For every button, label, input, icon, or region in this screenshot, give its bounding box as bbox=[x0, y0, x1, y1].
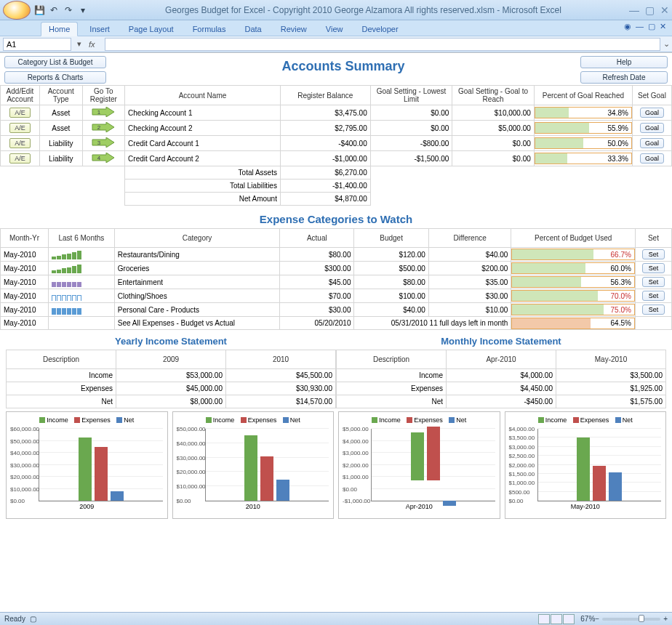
fx-icon[interactable]: fx bbox=[89, 40, 100, 49]
namebox-dropdown-icon[interactable]: ▾ bbox=[74, 39, 84, 49]
goal-button[interactable]: Goal bbox=[640, 153, 664, 164]
redo-icon[interactable]: ↷ bbox=[63, 4, 74, 16]
hdr-pctused: Percent of Budget Used bbox=[511, 229, 636, 248]
hdr-pct: Percent of Goal Reached bbox=[534, 86, 632, 105]
tab-data[interactable]: Data bbox=[237, 23, 268, 36]
category-list-button[interactable]: Category List & Budget bbox=[4, 56, 106, 68]
goto-register-button[interactable]: 1 bbox=[92, 107, 115, 117]
zoom-in-icon[interactable]: + bbox=[663, 615, 668, 623]
account-type: Asset bbox=[40, 121, 83, 136]
set-button[interactable]: Set bbox=[642, 277, 665, 287]
window-controls: — ▢ ✕ bbox=[629, 4, 669, 16]
refresh-date-button[interactable]: Refresh Date bbox=[580, 71, 668, 84]
tab-review[interactable]: Review bbox=[273, 23, 314, 36]
goal-button[interactable]: Goal bbox=[640, 108, 664, 118]
set-button[interactable]: Set bbox=[642, 305, 665, 315]
help-button[interactable]: Help bbox=[580, 56, 668, 68]
budget: $500.00 bbox=[354, 262, 428, 275]
add-edit-button[interactable]: A/E bbox=[9, 123, 31, 133]
normal-view-icon[interactable] bbox=[538, 614, 550, 624]
zoom-out-icon[interactable]: − bbox=[595, 615, 599, 623]
add-edit-button[interactable]: A/E bbox=[9, 153, 31, 164]
lowest-limit: $0.00 bbox=[370, 121, 452, 136]
chart-legend: Income Expenses Net bbox=[342, 415, 497, 426]
name-box[interactable]: A1 bbox=[3, 38, 71, 51]
bar-chart: Income Expenses Net $0.00$10,000.00$20,0… bbox=[6, 411, 168, 519]
goto-register-button[interactable]: 4 bbox=[92, 153, 115, 163]
page-break-view-icon[interactable] bbox=[563, 614, 575, 624]
hdr-budget: Budget bbox=[354, 229, 428, 248]
lowest-limit: -$800.00 bbox=[370, 136, 452, 151]
minimize-ribbon-icon[interactable]: — bbox=[636, 22, 644, 31]
table-row: Income$53,000.00$45,500.00 bbox=[7, 369, 336, 382]
office-button[interactable] bbox=[3, 1, 31, 20]
tab-view[interactable]: View bbox=[319, 23, 351, 36]
minimize-icon[interactable]: — bbox=[629, 4, 639, 16]
tab-page-layout[interactable]: Page Layout bbox=[121, 23, 181, 36]
tab-home[interactable]: Home bbox=[41, 22, 78, 36]
formula-expand-icon[interactable]: ⌄ bbox=[660, 39, 672, 49]
sparkline-icon bbox=[52, 291, 111, 301]
restore-window-icon[interactable]: ▢ bbox=[648, 22, 655, 31]
row-label: Net bbox=[7, 395, 116, 408]
budget: $100.00 bbox=[354, 289, 428, 303]
accounts-summary-table: Add/Edit Account Account Type Go To Regi… bbox=[0, 85, 672, 206]
tab-developer[interactable]: Developer bbox=[354, 23, 405, 36]
close-icon[interactable]: ✕ bbox=[660, 4, 669, 16]
set-button[interactable]: Set bbox=[642, 249, 665, 259]
see-all-expenses[interactable]: See All Expenses - Budget vs Actual bbox=[114, 317, 279, 330]
budget: $120.00 bbox=[354, 248, 428, 262]
qat-dropdown-icon[interactable]: ▾ bbox=[77, 4, 89, 16]
hdr-diff: Difference bbox=[428, 229, 511, 248]
page-layout-view-icon[interactable] bbox=[551, 614, 562, 624]
add-edit-button[interactable]: A/E bbox=[9, 108, 31, 118]
chart-x-label: May-2010 bbox=[508, 501, 663, 510]
days-left: 05/31/2010 11 full days left in month bbox=[354, 317, 511, 330]
reports-charts-button[interactable]: Reports & Charts bbox=[4, 71, 106, 84]
yearly-col0: 2009 bbox=[116, 350, 226, 369]
month-yr: May-2010 bbox=[1, 248, 49, 262]
register-balance: $2,795.00 bbox=[280, 121, 370, 136]
status-bar: Ready ▢ 67% − + bbox=[0, 612, 672, 625]
macro-record-icon[interactable]: ▢ bbox=[30, 615, 36, 623]
add-edit-button[interactable]: A/E bbox=[9, 138, 31, 148]
chart-bar bbox=[95, 447, 108, 501]
month-yr: May-2010 bbox=[1, 262, 49, 275]
set-button[interactable]: Set bbox=[642, 291, 665, 301]
titlebar: 💾 ↶ ↷ ▾ Georges Budget for Excel - Copyr… bbox=[0, 0, 672, 20]
zoom-level[interactable]: 67% bbox=[580, 615, 595, 623]
close-workbook-icon[interactable]: ✕ bbox=[660, 22, 666, 31]
yearly-income-title: Yearly Income Statement bbox=[6, 330, 336, 350]
table-row: Net$8,000.00$14,570.00 bbox=[7, 395, 336, 408]
goal-button[interactable]: Goal bbox=[640, 123, 664, 133]
formula-input[interactable] bbox=[105, 38, 660, 51]
difference: $200.00 bbox=[428, 262, 511, 275]
set-button[interactable]: Set bbox=[642, 263, 665, 273]
difference: $35.00 bbox=[428, 275, 511, 289]
yearly-income-table: Description 2009 2010 Income$53,000.00$4… bbox=[6, 350, 336, 408]
charts-row: Income Expenses Net $0.00$10,000.00$20,0… bbox=[0, 408, 672, 522]
lowest-limit: -$1,500.00 bbox=[370, 151, 452, 166]
undo-icon[interactable]: ↶ bbox=[48, 4, 60, 16]
goal-button[interactable]: Goal bbox=[640, 138, 664, 148]
account-name: Checking Account 2 bbox=[125, 121, 281, 136]
table-row: A/E Asset 1 Checking Account 1 $3,475.00… bbox=[1, 105, 672, 121]
zoom-slider[interactable] bbox=[602, 618, 660, 621]
worksheet: Category List & Budget Reports & Charts … bbox=[0, 52, 672, 612]
goto-register-button[interactable]: 2 bbox=[92, 122, 115, 132]
goto-register-button[interactable]: 3 bbox=[92, 137, 115, 148]
percent-budget-used: 70.0% bbox=[511, 290, 635, 302]
yearly-desc-hdr: Description bbox=[7, 350, 116, 369]
help-icon[interactable]: ◉ bbox=[624, 22, 631, 31]
restore-icon[interactable]: ▢ bbox=[645, 4, 655, 16]
category: Clothing/Shoes bbox=[114, 289, 279, 303]
goal-to-reach: $0.00 bbox=[452, 151, 535, 166]
tab-insert[interactable]: Insert bbox=[82, 23, 117, 36]
table-row: May-2010 Groceries $300.00 $500.00 $200.… bbox=[1, 262, 672, 275]
save-icon[interactable]: 💾 bbox=[33, 4, 45, 16]
tab-formulas[interactable]: Formulas bbox=[185, 23, 233, 36]
difference: $30.00 bbox=[428, 289, 511, 303]
total-assets: $6,270.00 bbox=[280, 166, 370, 180]
hdr-goal: Goal Setting - Goal to Reach bbox=[452, 86, 535, 105]
table-row: May-2010 Entertainment $45.00 $80.00 $35… bbox=[1, 275, 672, 289]
